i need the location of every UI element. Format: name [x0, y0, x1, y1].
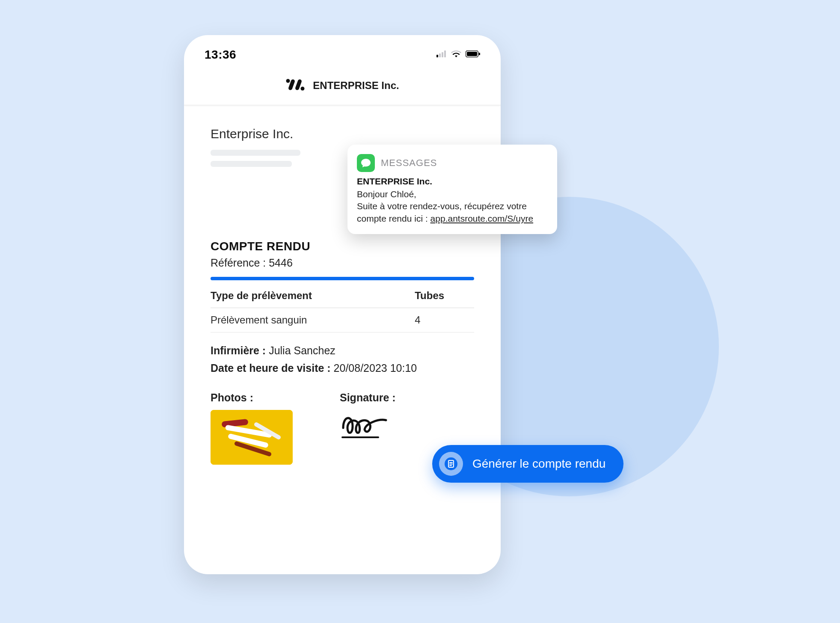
section-title: COMPTE RENDU — [211, 240, 474, 253]
prelevement-table: Type de prélèvement Tubes Prélèvement sa… — [211, 284, 474, 332]
table-row: Prélèvement sanguin 4 — [211, 308, 474, 332]
svg-rect-5 — [467, 52, 477, 56]
brand-logo-icon — [285, 78, 305, 93]
notification-card[interactable]: MESSAGES ENTERPRISE Inc. Bonjour Chloé, … — [347, 145, 557, 234]
svg-point-8 — [301, 86, 305, 90]
company-title: Enterprise Inc. — [211, 127, 474, 141]
messages-app-icon — [357, 154, 375, 172]
svg-rect-2 — [442, 52, 443, 57]
cell-tubes: 4 — [415, 308, 474, 332]
generate-report-button[interactable]: Générer le compte rendu — [432, 445, 623, 483]
brand-name: ENTERPRISE Inc. — [313, 80, 399, 92]
signature-column: Signature : — [340, 392, 396, 465]
visit-value: 20/08/2023 10:10 — [334, 362, 417, 374]
cell-type: Prélèvement sanguin — [211, 308, 415, 332]
divider — [211, 277, 474, 280]
photo-thumbnail[interactable] — [211, 410, 293, 465]
skeleton-line — [211, 161, 292, 167]
notification-header: MESSAGES — [357, 154, 547, 172]
phone-frame: 13:36 — [184, 35, 501, 574]
skeleton-line — [211, 150, 300, 156]
notification-sender: ENTERPRISE Inc. — [357, 176, 547, 187]
status-icons — [436, 50, 480, 59]
svg-rect-1 — [439, 53, 441, 57]
svg-rect-6 — [479, 53, 480, 55]
svg-rect-3 — [444, 50, 446, 57]
nurse-line: Infirmière : Julia Sanchez — [211, 344, 474, 357]
notification-link[interactable]: app.antsroute.com/S/uyre — [430, 214, 533, 223]
nurse-value: Julia Sanchez — [269, 344, 335, 356]
visit-label: Date et heure de visite : — [211, 362, 331, 374]
reference-value: 5446 — [269, 257, 293, 269]
reference-line: Référence : 5446 — [211, 257, 474, 269]
photos-column: Photos : — [211, 392, 293, 465]
svg-point-7 — [286, 79, 290, 83]
svg-rect-0 — [436, 55, 438, 57]
reference-label: Référence : — [211, 257, 266, 269]
generate-report-label: Générer le compte rendu — [472, 457, 606, 471]
signature-label: Signature : — [340, 392, 396, 404]
table-header-tubes: Tubes — [415, 284, 474, 308]
photos-label: Photos : — [211, 392, 293, 404]
notification-app-name: MESSAGES — [381, 157, 437, 169]
visit-line: Date et heure de visite : 20/08/2023 10:… — [211, 362, 474, 374]
wifi-icon — [451, 50, 461, 59]
battery-icon — [466, 50, 480, 59]
table-header-type: Type de prélèvement — [211, 284, 415, 308]
document-icon — [439, 452, 463, 476]
signature-image — [340, 411, 396, 442]
notification-greeting: Bonjour Chloé, — [357, 189, 416, 199]
status-time: 13:36 — [205, 48, 236, 62]
notification-body: Bonjour Chloé, Suite à votre rendez-vous… — [357, 188, 547, 225]
nurse-label: Infirmière : — [211, 344, 266, 356]
cellular-icon — [436, 50, 447, 59]
app-header: ENTERPRISE Inc. — [184, 66, 501, 105]
status-bar: 13:36 — [184, 35, 501, 66]
